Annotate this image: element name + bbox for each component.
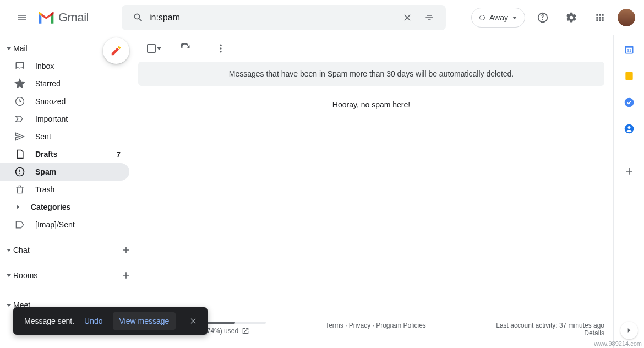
- clock-icon: [14, 96, 25, 107]
- sidebar-item-sent[interactable]: Sent: [0, 128, 129, 145]
- spam-banner: Messages that have been in Spam more tha…: [138, 62, 604, 86]
- spam-icon: [14, 166, 25, 177]
- file-icon: [14, 149, 25, 160]
- toolbar: [138, 35, 604, 62]
- chevron-down-icon: [7, 304, 11, 307]
- view-message-button[interactable]: View message: [113, 312, 176, 330]
- main-menu-button[interactable]: [9, 4, 35, 31]
- side-panel: 31: [613, 35, 644, 348]
- contacts-icon[interactable]: [624, 123, 635, 134]
- inbox-icon: [14, 61, 25, 72]
- sidebar-item-trash[interactable]: Trash: [0, 181, 129, 198]
- settings-button[interactable]: [560, 7, 582, 29]
- add-room-button[interactable]: [121, 270, 132, 281]
- compose-button[interactable]: [103, 37, 129, 64]
- sidebar-item-imap-sent[interactable]: [Imap]/Sent: [0, 216, 129, 233]
- sidebar-item-snoozed[interactable]: Snoozed: [0, 93, 129, 110]
- message-sent-toast: Message sent. Undo View message: [13, 307, 208, 335]
- pencil-icon: [110, 45, 122, 57]
- svg-rect-9: [625, 72, 632, 80]
- search-icon[interactable]: [127, 7, 149, 29]
- side-panel-toggle[interactable]: [620, 322, 638, 339]
- svg-text:31: 31: [626, 48, 631, 53]
- undo-button[interactable]: Undo: [84, 317, 102, 325]
- refresh-button[interactable]: [174, 37, 197, 59]
- search-clear-button[interactable]: [396, 7, 418, 29]
- chevron-down-icon: [7, 274, 11, 277]
- support-button[interactable]: [532, 7, 554, 29]
- chevron-down-icon: [7, 249, 11, 252]
- calendar-icon[interactable]: 31: [624, 44, 635, 55]
- footer: 14.07 GB of 19 GB (74%) used Terms · Pri…: [138, 316, 604, 348]
- app-header: Gmail Away: [0, 0, 644, 35]
- last-activity: Last account activity: 37 minutes ago: [452, 322, 604, 329]
- add-chat-button[interactable]: [121, 244, 132, 255]
- send-icon: [14, 131, 25, 142]
- status-chip[interactable]: Away: [471, 8, 525, 28]
- sidebar: Mail Inbox Starred Snoozed Important Sen…: [0, 35, 138, 348]
- sidebar-item-spam[interactable]: Spam: [0, 163, 129, 181]
- app-name: Gmail: [58, 10, 89, 25]
- chevron-down-icon: [157, 47, 161, 50]
- status-indicator-icon: [479, 15, 485, 20]
- add-panel-button[interactable]: [624, 166, 635, 177]
- important-icon: [14, 113, 25, 124]
- account-avatar[interactable]: [618, 9, 635, 26]
- gmail-logo[interactable]: Gmail: [37, 9, 89, 26]
- gmail-logo-icon: [37, 9, 55, 26]
- sidebar-item-starred[interactable]: Starred: [0, 75, 129, 93]
- privacy-link[interactable]: Privacy: [349, 322, 370, 329]
- close-toast-button[interactable]: [185, 313, 201, 329]
- svg-point-12: [627, 126, 630, 129]
- details-link[interactable]: Details: [584, 329, 604, 337]
- search-bar: [122, 5, 446, 30]
- toast-message: Message sent.: [24, 317, 74, 325]
- select-all-checkbox[interactable]: [147, 44, 161, 53]
- open-in-new-icon[interactable]: [242, 327, 249, 335]
- terms-link[interactable]: Terms: [325, 322, 343, 329]
- svg-point-2: [19, 173, 20, 175]
- checkbox-icon: [147, 44, 156, 53]
- sidebar-item-categories[interactable]: Categories: [0, 198, 129, 216]
- svg-point-4: [220, 47, 221, 49]
- sidebar-item-drafts[interactable]: Drafts 7: [0, 145, 129, 163]
- divider: [624, 150, 635, 150]
- section-chat[interactable]: Chat: [0, 241, 138, 259]
- section-rooms[interactable]: Rooms: [0, 267, 138, 284]
- chevron-down-icon: [512, 17, 517, 19]
- status-label: Away: [489, 13, 508, 22]
- chevron-right-icon: [14, 202, 21, 213]
- svg-point-10: [624, 98, 634, 107]
- apps-button[interactable]: [589, 7, 611, 29]
- trash-icon: [14, 184, 25, 195]
- watermark: www.989214.com: [594, 340, 642, 347]
- search-input[interactable]: [149, 13, 396, 23]
- svg-point-5: [220, 51, 221, 52]
- tasks-icon[interactable]: [624, 97, 635, 108]
- keep-icon[interactable]: [624, 70, 635, 81]
- svg-point-3: [220, 45, 221, 46]
- more-button[interactable]: [210, 37, 232, 59]
- star-icon: [14, 78, 25, 89]
- search-options-button[interactable]: [418, 7, 440, 29]
- empty-message: Hooray, no spam here!: [138, 90, 604, 119]
- label-icon: [14, 219, 25, 230]
- sidebar-item-important[interactable]: Important: [0, 110, 129, 128]
- program-policies-link[interactable]: Program Policies: [376, 322, 426, 329]
- chevron-down-icon: [7, 47, 11, 50]
- main: Messages that have been in Spam more tha…: [138, 35, 613, 348]
